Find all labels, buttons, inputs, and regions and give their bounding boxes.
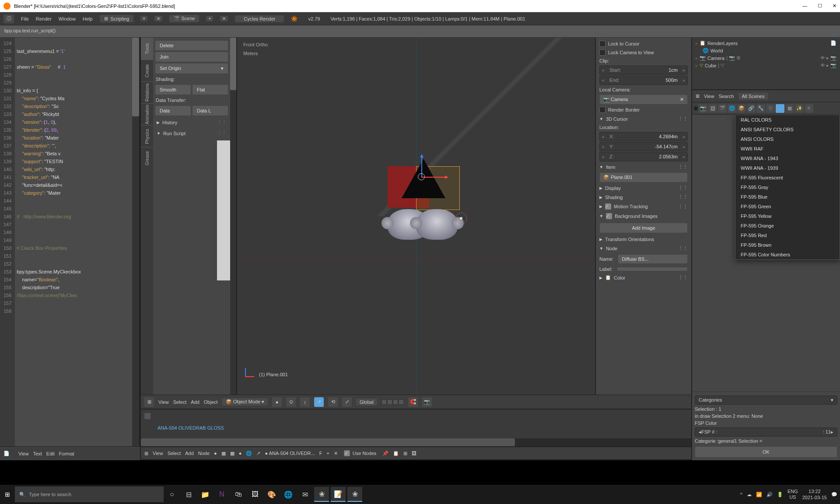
cursor-z-field[interactable]: ◂Z:2.0563m▸	[599, 152, 688, 161]
props-tab-scene[interactable]: 🎬	[718, 104, 727, 113]
cortana-icon[interactable]: ○	[164, 487, 179, 502]
props-editor-icon[interactable]: ⊞	[694, 105, 698, 111]
tools-tab-tools[interactable]: Tools	[141, 38, 153, 60]
render-border-checkbox[interactable]	[599, 107, 606, 113]
maximize-button[interactable]: ☐	[818, 3, 822, 9]
data-button[interactable]: Data	[155, 105, 191, 116]
shading-section[interactable]: Shading⋮⋮	[598, 192, 690, 202]
material-selector[interactable]: ● ANA-504 OLIVEDR...	[265, 451, 315, 456]
tools-scrollbar[interactable]	[230, 38, 236, 395]
scene-add[interactable]: +	[206, 16, 213, 21]
v3d-select[interactable]: Select	[173, 399, 187, 405]
color-menu-item[interactable]: FP-595 Color Numbers	[735, 250, 840, 259]
menu-window[interactable]: Window	[59, 16, 76, 21]
minimize-button[interactable]: —	[802, 3, 807, 9]
node-add[interactable]: Add	[185, 451, 194, 456]
props-tab-constraints[interactable]: 🔗	[747, 104, 756, 113]
tools-tab-relations[interactable]: Relations	[141, 81, 153, 103]
shading-solid-icon[interactable]: ●	[272, 397, 282, 407]
blender2-task-icon[interactable]: ❀	[347, 487, 362, 502]
code-area[interactable]: last_sheenmenu1 = '1' sheen = "Gloss" # …	[15, 38, 132, 446]
notifications-icon[interactable]: 💬	[831, 492, 837, 497]
categories-dropdown[interactable]: Categories▾	[695, 396, 837, 405]
manip-scale-icon[interactable]: ⤢	[342, 397, 352, 407]
manip-rotate-icon[interactable]: ⟲	[328, 397, 338, 407]
node-node[interactable]: Node	[198, 451, 210, 456]
clip-start-field[interactable]: ◂Start:1cm▸	[599, 66, 688, 75]
render-icon[interactable]: 📷	[422, 397, 432, 407]
lock-cursor-checkbox[interactable]	[599, 41, 606, 47]
delete-button[interactable]: Delete	[155, 40, 228, 51]
edge-icon[interactable]: 🌐	[281, 487, 296, 502]
text-editor-icon[interactable]: 📄	[4, 451, 10, 456]
layer-buttons[interactable]	[382, 399, 404, 405]
node-copy-icon[interactable]: 📋	[393, 451, 399, 456]
texture-nodes-icon[interactable]: ▩	[230, 451, 234, 456]
wifi-icon[interactable]: 📶	[756, 492, 762, 497]
paint-icon[interactable]: 🎨	[264, 487, 279, 502]
menu-render[interactable]: Render	[36, 16, 52, 21]
tools-tab-create[interactable]: Create	[141, 60, 153, 81]
onenote-icon[interactable]: N	[214, 487, 229, 502]
renderer-selector[interactable]: Cycles Render	[235, 15, 284, 22]
camera-input[interactable]: 📷 Camera✕	[599, 94, 688, 105]
store-icon[interactable]: 🛍	[231, 487, 246, 502]
set-origin-dropdown[interactable]: Set Origin▾	[155, 63, 228, 74]
outliner[interactable]: ▹📋RenderLayers📄 🌐World ▹📷Camera| 📷 ⚙👁 ▸ …	[692, 38, 840, 90]
color-menu-item[interactable]: FP-595 Brown	[735, 240, 840, 250]
history-header[interactable]: History⋮⋮	[155, 117, 228, 128]
menu-help[interactable]: Help	[83, 16, 93, 21]
clip-end-field[interactable]: ◂End:500m▸	[599, 76, 688, 85]
editor-type-icon[interactable]: ⊞	[144, 397, 154, 407]
motion-tracking-section[interactable]: ✓Motion Tracking⋮⋮	[598, 202, 690, 211]
color-menu-item[interactable]: FP-595 Orange	[735, 221, 840, 231]
props-tab-render[interactable]: 📷	[699, 104, 707, 113]
node-editor-icon[interactable]: ⊞	[144, 451, 148, 456]
props-tab-layers[interactable]: 🖼	[708, 104, 717, 113]
color-menu-item[interactable]: WWII ANA - 1939	[735, 163, 840, 173]
tools-tab-grease[interactable]: Grease	[141, 147, 153, 169]
explorer-icon[interactable]: 📁	[198, 487, 213, 502]
fsp-number-field[interactable]: ◂FSP # :: 11▸	[695, 427, 837, 437]
flat-button[interactable]: Flat	[192, 84, 228, 95]
node-view[interactable]: View	[153, 451, 163, 456]
color-menu-item[interactable]: ANSI SAFETY COLORS	[735, 125, 840, 134]
color-menu-item[interactable]: RAL COLORS	[735, 115, 840, 125]
color-menu-item[interactable]: WWII ANA - 1943	[735, 154, 840, 163]
color-menu-item[interactable]: FP-595 Red	[735, 231, 840, 240]
use-nodes-checkbox[interactable]: ✓	[344, 450, 350, 456]
lock-camera-checkbox[interactable]	[599, 49, 606, 56]
props-tab-particles[interactable]: ✨	[795, 104, 804, 113]
text-menu-format[interactable]: Format	[59, 451, 74, 456]
battery-icon[interactable]: 🔋	[777, 492, 783, 497]
bg-images-section[interactable]: ✓Background Images	[598, 211, 690, 221]
item-name-input[interactable]: 📦 Plane.001	[599, 172, 688, 182]
ok-button[interactable]: OK	[695, 446, 837, 458]
suzanne-2[interactable]	[416, 209, 458, 240]
color-menu-item[interactable]: FP-595 Green	[735, 202, 840, 211]
color-menu-item[interactable]: ANSI COLORS	[735, 134, 840, 144]
mat-add-button[interactable]: +	[326, 451, 329, 456]
outliner-type-icon[interactable]: ⊞	[696, 93, 700, 99]
3d-cursor-section[interactable]: 3D Cursor⋮⋮	[598, 114, 690, 123]
info-expand[interactable]	[144, 413, 150, 419]
object-nodes-icon[interactable]: ●	[239, 451, 242, 456]
node-backdrop-icon[interactable]: 🖼	[412, 451, 416, 456]
blender-task-icon[interactable]: ❀	[314, 487, 329, 502]
color-menu-item[interactable]: FP-595 Yellow	[735, 211, 840, 221]
v3d-object[interactable]: Object	[204, 399, 218, 405]
pin-icon[interactable]: 📌	[382, 451, 388, 456]
language-indicator[interactable]: ENG US	[788, 489, 798, 500]
color-section[interactable]: 📋Color⋮⋮	[598, 273, 690, 282]
notepad-icon[interactable]: 📝	[331, 487, 346, 502]
cursor-x-field[interactable]: ◂X:4.2684m▸	[599, 132, 688, 141]
item-section[interactable]: Item⋮⋮	[598, 162, 690, 172]
layout-add[interactable]: +	[140, 16, 147, 21]
props-tab-world[interactable]: 🌐	[728, 104, 736, 113]
orientation-selector[interactable]: Global	[356, 399, 377, 406]
mat-del-button[interactable]: ✕	[334, 451, 338, 456]
v3d-add[interactable]: Add	[191, 399, 200, 405]
v3d-view[interactable]: View	[158, 399, 169, 405]
data-l-button[interactable]: Data L	[192, 105, 228, 116]
props-tab-material[interactable]: ●	[776, 104, 784, 113]
